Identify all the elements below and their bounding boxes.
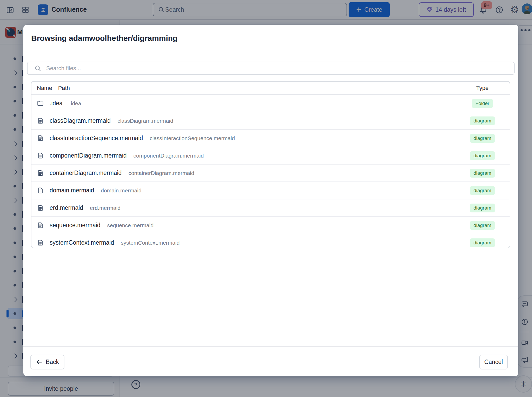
- file-name: .idea: [50, 100, 63, 107]
- cancel-button[interactable]: Cancel: [479, 355, 508, 369]
- table-row[interactable]: .idea .idea Folder: [31, 95, 510, 112]
- file-icon: [37, 117, 44, 124]
- type-badge: diagram: [470, 116, 495, 125]
- file-name: componentDiagram.mermaid: [50, 152, 127, 159]
- file-icon: [37, 170, 44, 177]
- file-browser-dialog: Browsing adamwoolhether/digramming Name …: [23, 25, 518, 376]
- type-badge: diagram: [470, 238, 495, 247]
- file-icon: [37, 222, 44, 229]
- file-name: containerDiagram.mermaid: [50, 170, 122, 177]
- arrow-left-icon: [36, 359, 43, 366]
- type-badge: diagram: [470, 204, 495, 212]
- file-name: erd.mermaid: [50, 204, 83, 211]
- file-name: classDiagram.mermaid: [50, 117, 111, 124]
- file-icon: [37, 239, 44, 246]
- column-header-name: Name: [37, 85, 52, 92]
- table-row[interactable]: classDiagram.mermaid classDiagram.mermai…: [31, 112, 510, 129]
- dialog-footer: Back Cancel: [23, 346, 518, 376]
- table-row[interactable]: sequence.mermaid sequence.mermaid diagra…: [31, 216, 510, 234]
- table-row[interactable]: componentDiagram.mermaid componentDiagra…: [31, 147, 510, 164]
- file-name: classInteractionSequence.mermaid: [50, 135, 143, 142]
- file-name: domain.mermaid: [50, 187, 94, 194]
- file-path: containerDiagram.mermaid: [128, 170, 194, 176]
- table-row[interactable]: systemContext.mermaid systemContext.merm…: [31, 234, 510, 248]
- table-row[interactable]: erd.mermaid erd.mermaid diagram: [31, 199, 510, 216]
- file-search-box[interactable]: [27, 62, 515, 75]
- file-search-input[interactable]: [46, 65, 488, 72]
- file-path: sequence.mermaid: [107, 222, 154, 229]
- dialog-title: Browsing adamwoolhether/digramming: [31, 34, 177, 43]
- file-path: systemContext.mermaid: [121, 240, 179, 246]
- file-icon: [37, 204, 44, 211]
- back-button[interactable]: Back: [30, 355, 64, 369]
- dialog-header: Browsing adamwoolhether/digramming: [23, 25, 518, 52]
- type-badge: diagram: [470, 186, 495, 195]
- file-path: .idea: [69, 100, 81, 107]
- type-badge: diagram: [470, 134, 495, 143]
- file-name: sequence.mermaid: [50, 222, 101, 229]
- file-icon: [37, 135, 44, 142]
- search-icon: [34, 65, 42, 72]
- file-path: componentDiagram.mermaid: [134, 153, 204, 159]
- file-path: classInteractionSequence.mermaid: [150, 135, 235, 141]
- table-row[interactable]: domain.mermaid domain.mermaid diagram: [31, 181, 510, 199]
- folder-icon: [37, 100, 44, 107]
- table-row[interactable]: containerDiagram.mermaid containerDiagra…: [31, 164, 510, 181]
- type-badge: diagram: [470, 169, 495, 178]
- column-header-type: Type: [463, 85, 502, 92]
- file-icon: [37, 152, 44, 159]
- file-table-header: Name Path Type: [31, 82, 510, 95]
- file-icon: [37, 187, 44, 194]
- column-header-path: Path: [58, 85, 70, 92]
- file-path: erd.mermaid: [90, 205, 121, 211]
- file-path: domain.mermaid: [101, 187, 141, 194]
- table-row[interactable]: classInteractionSequence.mermaid classIn…: [31, 129, 510, 147]
- type-badge: Folder: [472, 99, 493, 108]
- type-badge: diagram: [470, 151, 495, 160]
- type-badge: diagram: [470, 221, 495, 230]
- file-path: classDiagram.mermaid: [117, 118, 173, 124]
- file-table: Name Path Type .idea .idea Folder classD…: [31, 81, 510, 248]
- back-button-label: Back: [46, 359, 59, 366]
- file-name: systemContext.mermaid: [50, 239, 114, 246]
- app-window: Confluence Create 14 days left 9+: [0, 0, 532, 397]
